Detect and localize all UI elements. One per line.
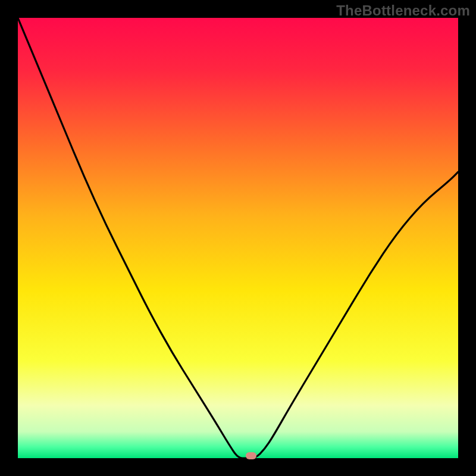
bottleneck-curve (18, 18, 458, 458)
plot-area (18, 18, 458, 458)
chart-container: TheBottleneck.com (0, 0, 476, 476)
curve-layer (18, 18, 458, 458)
watermark-text: TheBottleneck.com (336, 2, 470, 19)
optimum-marker (246, 452, 256, 459)
